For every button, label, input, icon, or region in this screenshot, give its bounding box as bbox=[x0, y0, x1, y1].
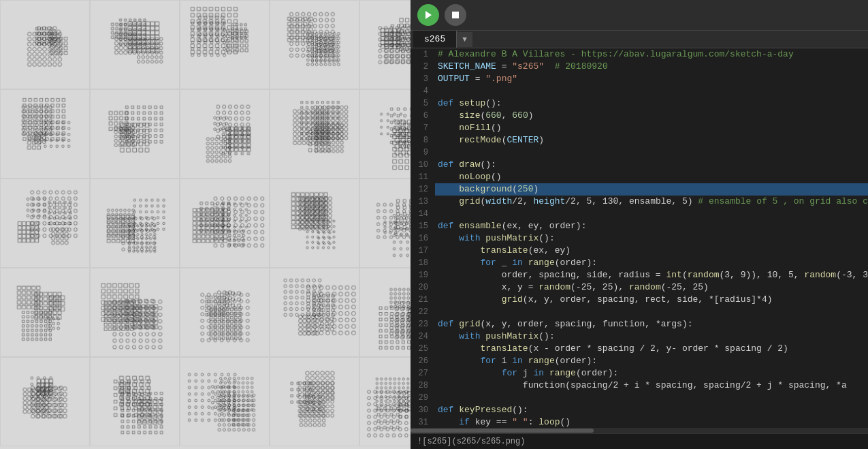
line-content: noFill() bbox=[435, 122, 868, 134]
line-number: 16 bbox=[411, 232, 435, 245]
line-content: translate(ex, ey) bbox=[435, 245, 868, 257]
code-line: 13 grid(width/2, height/2, 5, 130, ensam… bbox=[411, 196, 868, 208]
line-number: 5 bbox=[411, 97, 435, 110]
tab-label: s265 bbox=[424, 34, 445, 44]
sketch-cell bbox=[180, 357, 270, 446]
sketch-cell bbox=[0, 0, 90, 89]
code-editor[interactable]: 1# Alexandre B A Villares - https://abav… bbox=[411, 48, 868, 428]
line-content: # Alexandre B A Villares - https://abav.… bbox=[435, 48, 868, 61]
line-content: order, spacing, side, radius = int(rando… bbox=[435, 269, 868, 281]
line-number: 23 bbox=[411, 318, 435, 330]
line-number: 31 bbox=[411, 416, 435, 428]
code-editor-panel: s265 ▼ 1# Alexandre B A Villares - https… bbox=[411, 0, 868, 449]
line-content: noLoop() bbox=[435, 171, 868, 183]
line-number: 3 bbox=[411, 73, 435, 85]
sketch-preview-panel bbox=[0, 0, 411, 449]
code-line: 15def ensamble(ex, ey, order): bbox=[411, 220, 868, 232]
sketch-cell bbox=[270, 89, 359, 179]
stop-button[interactable] bbox=[445, 4, 466, 26]
line-number: 15 bbox=[411, 220, 435, 232]
line-number: 14 bbox=[411, 208, 435, 220]
svg-marker-0 bbox=[425, 11, 432, 19]
line-content: def ensamble(ex, ey, order): bbox=[435, 220, 868, 232]
code-line: 6 size(660, 660) bbox=[411, 110, 868, 122]
line-content: translate(x - order * spacing / 2, y- or… bbox=[435, 343, 868, 355]
svg-rect-1 bbox=[452, 12, 459, 18]
sketch-cell bbox=[359, 268, 411, 357]
line-number: 25 bbox=[411, 343, 435, 355]
code-line: 8 rectMode(CENTER) bbox=[411, 134, 868, 146]
line-number: 17 bbox=[411, 245, 435, 257]
code-line: 5def setup(): bbox=[411, 97, 868, 110]
line-content bbox=[435, 392, 868, 404]
code-line: 23def grid(x, y, order, spacing, functio… bbox=[411, 318, 868, 330]
line-content bbox=[435, 208, 868, 220]
line-number: 12 bbox=[411, 183, 435, 196]
line-content: for j in range(order): bbox=[435, 367, 868, 380]
line-content: rectMode(CENTER) bbox=[435, 134, 868, 146]
sketch-cell bbox=[90, 357, 180, 446]
sketch-cell bbox=[90, 268, 180, 357]
code-line: 31 if key == " ": loop() bbox=[411, 416, 868, 428]
code-line: 18 for _ in range(order): bbox=[411, 257, 868, 269]
line-content: def draw(): bbox=[435, 159, 868, 171]
code-line: 7 noFill() bbox=[411, 122, 868, 134]
line-number: 30 bbox=[411, 404, 435, 416]
sketch-cell bbox=[270, 179, 359, 268]
line-number: 28 bbox=[411, 380, 435, 392]
line-content: x, y = random(-25, 25), random(-25, 25) bbox=[435, 281, 868, 294]
sketch-cell bbox=[90, 89, 180, 179]
tab-s265[interactable]: s265 bbox=[413, 31, 457, 48]
horizontal-scrollbar[interactable] bbox=[411, 428, 868, 433]
line-content: def keyPressed(): bbox=[435, 404, 868, 416]
line-content: def setup(): bbox=[435, 97, 868, 110]
code-line: 14 bbox=[411, 208, 868, 220]
sketch-cell bbox=[359, 179, 411, 268]
sketch-cell bbox=[270, 357, 359, 446]
code-line: 27 for j in range(order): bbox=[411, 367, 868, 380]
line-number: 4 bbox=[411, 85, 435, 97]
code-line: 10def draw(): bbox=[411, 159, 868, 171]
scroll-thumb[interactable] bbox=[411, 429, 594, 433]
code-line: 25 translate(x - order * spacing / 2, y-… bbox=[411, 343, 868, 355]
code-line: 2SKETCH_NAME = "s265" # 20180920 bbox=[411, 61, 868, 73]
line-number: 22 bbox=[411, 306, 435, 318]
sketch-cell bbox=[359, 0, 411, 89]
sketch-cell bbox=[90, 0, 180, 89]
line-content: with pushMatrix(): bbox=[435, 232, 868, 245]
line-content: function(spacing/2 + i * spacing, spacin… bbox=[435, 380, 868, 392]
line-content: grid(width/2, height/2, 5, 130, ensamble… bbox=[435, 196, 868, 208]
code-line: 26 for i in range(order): bbox=[411, 355, 868, 367]
line-number: 27 bbox=[411, 367, 435, 380]
line-content: size(660, 660) bbox=[435, 110, 868, 122]
sketch-cell bbox=[0, 89, 90, 179]
line-content bbox=[435, 306, 868, 318]
tab-dropdown[interactable]: ▼ bbox=[457, 32, 472, 47]
sketch-cell bbox=[90, 179, 180, 268]
line-content: if key == " ": loop() bbox=[435, 416, 868, 428]
status-text: ![s265](s265/s265.png) bbox=[417, 437, 525, 446]
line-number: 10 bbox=[411, 159, 435, 171]
code-line: 9 bbox=[411, 146, 868, 159]
code-line: 19 order, spacing, side, radius = int(ra… bbox=[411, 269, 868, 281]
line-content: for i in range(order): bbox=[435, 355, 868, 367]
sketch-cell bbox=[0, 357, 90, 446]
sketch-cell bbox=[359, 89, 411, 179]
line-content: def grid(x, y, order, spacing, function,… bbox=[435, 318, 868, 330]
sketch-cell bbox=[180, 268, 270, 357]
line-content: for _ in range(order): bbox=[435, 257, 868, 269]
line-number: 29 bbox=[411, 392, 435, 404]
code-line: 4 bbox=[411, 85, 868, 97]
sketch-cell bbox=[180, 179, 270, 268]
editor-toolbar bbox=[411, 0, 868, 31]
line-number: 6 bbox=[411, 110, 435, 122]
line-number: 19 bbox=[411, 269, 435, 281]
code-line: 3OUTPUT = ".png" bbox=[411, 73, 868, 85]
line-number: 11 bbox=[411, 171, 435, 183]
code-line: 20 x, y = random(-25, 25), random(-25, 2… bbox=[411, 281, 868, 294]
play-button[interactable] bbox=[417, 4, 439, 26]
line-content: with pushMatrix(): bbox=[435, 330, 868, 343]
line-content: OUTPUT = ".png" bbox=[435, 73, 868, 85]
sketch-cell bbox=[180, 0, 270, 89]
line-content bbox=[435, 85, 868, 97]
